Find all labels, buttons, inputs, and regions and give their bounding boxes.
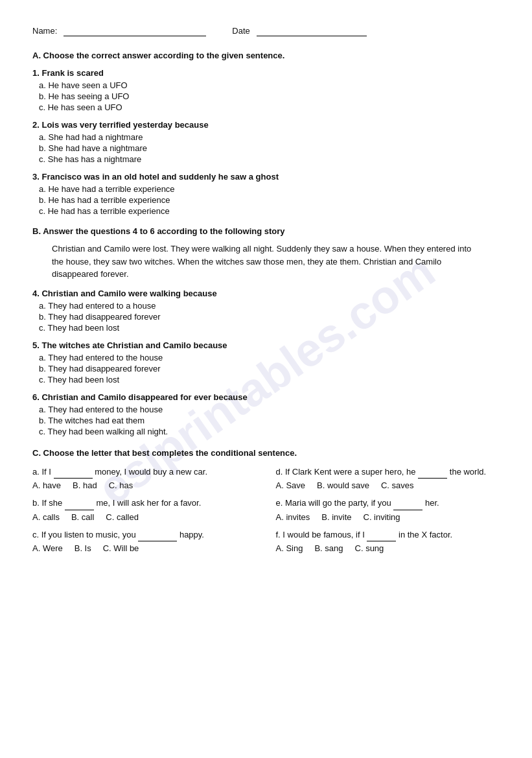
q4-option-b: b. They had disappeared forever bbox=[39, 312, 500, 322]
cond-e-answers: A. invites B. invite C. inviting bbox=[276, 512, 500, 522]
question-4: 4. Christian and Camilo were walking bec… bbox=[32, 289, 500, 298]
cond-a-ans-3: C. has bbox=[109, 480, 133, 490]
name-label: Name: bbox=[32, 26, 57, 36]
cond-a-text: a. If I money, I would buy a new car. bbox=[32, 466, 257, 479]
cond-f: f. I would be famous, if I in the X fact… bbox=[276, 528, 500, 554]
question-5: 5. The witches ate Christian and Camilo … bbox=[32, 340, 500, 350]
q5-option-a: a. They had entered to the house bbox=[39, 353, 500, 362]
section-c-grid: a. If I money, I would buy a new car. A.… bbox=[32, 466, 500, 560]
cond-a-ans-1: A. have bbox=[32, 480, 61, 490]
cond-a: a. If I money, I would buy a new car. A.… bbox=[32, 466, 257, 491]
q2-option-c: c. She has has a nightmare bbox=[39, 154, 500, 164]
q2-number: 2. bbox=[32, 120, 41, 130]
q4-option-c: c. They had been lost bbox=[39, 323, 500, 333]
cond-c-blank bbox=[138, 528, 177, 542]
q3-option-a: a. He have had a terrible experience bbox=[39, 184, 500, 194]
q1-option-c: c. He has seen a UFO bbox=[39, 102, 500, 112]
q3-option-c: c. He had has a terrible experience bbox=[39, 206, 500, 216]
cond-b-text: b. If she me, I will ask her for a favor… bbox=[32, 497, 257, 510]
section-a-title: A. Choose the correct answer according t… bbox=[32, 51, 500, 60]
q3-option-b: b. He has had a terrible experience bbox=[39, 195, 500, 205]
q3-text: Francisco was in an old hotel and sudden… bbox=[41, 172, 279, 182]
cond-f-blank bbox=[367, 528, 396, 542]
q1-text: Frank is scared bbox=[41, 68, 103, 78]
cond-d-text: d. If Clark Kent were a super hero, he t… bbox=[276, 466, 500, 479]
q4-number: 4. bbox=[32, 289, 41, 298]
cond-c-ans-1: A. Were bbox=[32, 543, 63, 553]
q6-option-b: b. The witches had eat them bbox=[39, 416, 500, 425]
cond-e-blank bbox=[393, 497, 422, 510]
cond-e-ans-1: A. invites bbox=[276, 512, 310, 522]
q3-number: 3. bbox=[32, 172, 41, 182]
cond-b-blank bbox=[65, 497, 94, 510]
question-2: 2. Lois was very terrified yesterday bec… bbox=[32, 120, 500, 130]
question-3: 3. Francisco was in an old hotel and sud… bbox=[32, 172, 500, 182]
story-text: Christian and Camilo were lost. They wer… bbox=[52, 243, 480, 281]
q5-text: The witches ate Christian and Camilo bec… bbox=[41, 340, 227, 350]
cond-d-ans-3: C. saves bbox=[381, 480, 414, 490]
q6-number: 6. bbox=[32, 392, 41, 402]
q6-text: Christian and Camilo disappeared for eve… bbox=[41, 392, 247, 402]
cond-f-ans-2: B. sang bbox=[314, 543, 343, 553]
q2-option-b: b. She had have a nightmare bbox=[39, 143, 500, 153]
cond-c-text: c. If you listen to music, you happy. bbox=[32, 528, 257, 542]
cond-b-ans-1: A. calls bbox=[32, 512, 60, 522]
cond-d-answers: A. Save B. would save C. saves bbox=[276, 480, 500, 490]
q1-option-a: a. He have seen a UFO bbox=[39, 80, 500, 90]
cond-f-answers: A. Sing B. sang C. sung bbox=[276, 543, 500, 553]
cond-b-ans-3: C. called bbox=[106, 512, 139, 522]
q6-option-a: a. They had entered to the house bbox=[39, 405, 500, 414]
section-c-title: C. Choose the letter that best completes… bbox=[32, 448, 500, 458]
q6-option-c: c. They had been walking all night. bbox=[39, 427, 500, 436]
section-b-title: B. Answer the questions 4 to 6 according… bbox=[32, 226, 500, 236]
cond-b: b. If she me, I will ask her for a favor… bbox=[32, 497, 257, 522]
cond-d: d. If Clark Kent were a super hero, he t… bbox=[276, 466, 500, 491]
date-line bbox=[257, 26, 367, 36]
cond-f-ans-3: C. sung bbox=[355, 543, 384, 553]
q1-number: 1. bbox=[32, 68, 41, 78]
cond-e-ans-2: B. invite bbox=[321, 512, 351, 522]
question-1: 1. Frank is scared bbox=[32, 68, 500, 78]
cond-e-ans-3: C. inviting bbox=[364, 512, 400, 522]
cond-c-ans-2: B. Is bbox=[75, 543, 91, 553]
cond-f-ans-1: A. Sing bbox=[276, 543, 303, 553]
cond-a-answers: A. have B. had C. has bbox=[32, 480, 257, 490]
cond-d-ans-1: A. Save bbox=[276, 480, 306, 490]
cond-b-answers: A. calls B. call C. called bbox=[32, 512, 257, 522]
q2-text: Lois was very terrified yesterday becaus… bbox=[41, 120, 208, 130]
section-c-left: a. If I money, I would buy a new car. A.… bbox=[32, 466, 257, 560]
q5-option-b: b. They had disappeared forever bbox=[39, 364, 500, 373]
cond-c-answers: A. Were B. Is C. Will be bbox=[32, 543, 257, 553]
cond-a-blank bbox=[54, 466, 93, 479]
date-label: Date bbox=[232, 26, 249, 36]
section-a: A. Choose the correct answer according t… bbox=[32, 51, 500, 216]
section-b: B. Answer the questions 4 to 6 according… bbox=[32, 226, 500, 436]
cond-d-ans-2: B. would save bbox=[317, 480, 369, 490]
cond-a-ans-2: B. had bbox=[73, 480, 97, 490]
cond-b-ans-2: B. call bbox=[71, 512, 94, 522]
q1-option-b: b. He has seeing a UFO bbox=[39, 91, 500, 101]
q5-number: 5. bbox=[32, 340, 41, 350]
section-c-right: d. If Clark Kent were a super hero, he t… bbox=[276, 466, 500, 560]
section-c: C. Choose the letter that best completes… bbox=[32, 448, 500, 560]
header-row: Name: Date bbox=[32, 26, 500, 36]
cond-e-text: e. Maria will go the party, if you her. bbox=[276, 497, 500, 510]
cond-f-text: f. I would be famous, if I in the X fact… bbox=[276, 528, 500, 542]
cond-c-ans-3: C. Will be bbox=[103, 543, 139, 553]
q4-text: Christian and Camilo were walking becaus… bbox=[41, 289, 216, 298]
cond-c: c. If you listen to music, you happy. A.… bbox=[32, 528, 257, 554]
question-6: 6. Christian and Camilo disappeared for … bbox=[32, 392, 500, 402]
name-line bbox=[64, 26, 206, 36]
q5-option-c: c. They had been lost bbox=[39, 375, 500, 385]
cond-d-blank bbox=[418, 466, 447, 479]
q4-option-a: a. They had entered to a house bbox=[39, 301, 500, 311]
cond-e: e. Maria will go the party, if you her. … bbox=[276, 497, 500, 522]
q2-option-a: a. She had had a nightmare bbox=[39, 132, 500, 142]
